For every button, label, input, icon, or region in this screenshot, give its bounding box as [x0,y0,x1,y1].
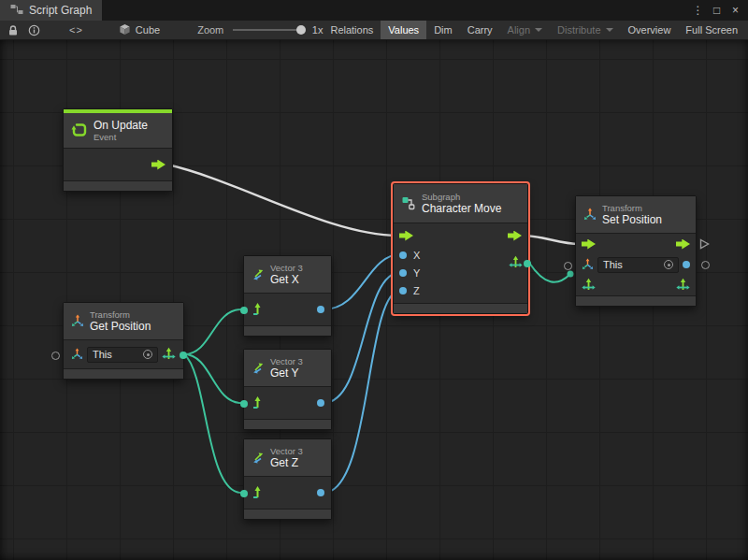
node-surtitle: Vector 3 [270,356,303,366]
vector3-input-icon [582,278,596,294]
transform-icon [71,314,84,329]
vector3-icon [252,361,265,376]
close-icon[interactable]: × [727,2,743,19]
this-object-field[interactable]: This [597,257,679,273]
zoom-slider[interactable] [233,29,305,31]
node-footer [394,303,527,313]
script-graph-window: Script Graph ⋮ □ × <> Cube Zoom 1x Relat… [0,0,748,560]
vector3-output-icon [676,278,690,294]
vector-input-port[interactable] [240,400,248,408]
object-picker-icon[interactable] [664,260,673,269]
flow-out-port[interactable] [676,239,690,250]
vector-output-port[interactable] [524,260,531,267]
zoom-label: Zoom [197,24,223,36]
relations-button[interactable]: Relations [323,21,381,39]
flow-in-port[interactable] [399,231,413,241]
align-button[interactable]: Align [500,21,550,39]
object-picker-icon[interactable] [143,350,152,359]
node-on-update[interactable]: On Update Event [63,108,173,192]
object-context[interactable]: Cube [119,23,160,37]
subgraph-icon [401,195,416,212]
node-title: Character Move [422,202,501,215]
window-controls: ⋮ □ × [690,0,748,21]
maximize-icon[interactable]: □ [709,2,725,19]
vector3-output-icon [509,255,523,271]
node-character-move[interactable]: Subgraph Character Move X Y [393,183,528,314]
zoom-slider-knob[interactable] [296,25,306,35]
script-graph-icon [10,4,23,18]
vector-input-port[interactable] [240,307,248,314]
values-button[interactable]: Values [381,21,426,39]
node-footer [576,295,696,306]
node-footer [64,368,183,379]
node-title: On Update [94,119,148,132]
node-surtitle: Transform [90,309,151,320]
vector3-icon [252,451,265,466]
tab-script-graph[interactable]: Script Graph [0,0,102,21]
node-footer [64,180,172,191]
port-label-y: Y [413,267,420,279]
vector3-input-icon [251,302,265,318]
node-surtitle: Vector 3 [270,263,303,273]
this-object-field[interactable]: This [87,347,158,363]
transform-mini-icon [582,258,594,272]
node-get-position[interactable]: Transform Get Position This [63,302,184,380]
input-port-z[interactable] [399,287,407,294]
vector3-input-icon [251,395,265,411]
code-icon[interactable]: <> [69,24,83,36]
dim-button[interactable]: Dim [426,21,460,39]
node-footer [244,419,331,429]
this-input-port[interactable] [51,352,60,360]
value-output-port[interactable] [317,489,324,496]
node-subtitle: Event [94,132,148,142]
node-title: Get X [270,273,303,286]
port-label-z: Z [413,285,420,296]
vector3-input-icon [251,485,265,501]
graph-toolbar: <> Cube Zoom 1x Relations Values Dim Car… [0,21,748,40]
object-name: Cube [136,24,160,36]
node-get-y[interactable]: Vector 3 Get Y [243,349,332,430]
titlebar: Script Graph ⋮ □ × [0,0,748,21]
flow-out-port[interactable] [151,160,165,170]
cube-icon [119,23,131,37]
lock-icon[interactable] [3,21,23,39]
value-output-port[interactable] [317,399,324,407]
distribute-button[interactable]: Distribute [550,21,620,39]
flow-port-stub-icon[interactable] [699,238,710,250]
value-output-port[interactable] [317,306,324,313]
node-get-z[interactable]: Vector 3 Get Z [243,438,332,520]
graph-canvas[interactable]: On Update Event Transform Get Position [0,40,748,560]
transform-mini-icon [71,348,83,362]
node-title: Get Y [270,366,303,380]
this-value: This [603,259,623,270]
node-footer [244,509,331,519]
vector-output-port[interactable] [180,352,187,359]
zoom-value: 1x [312,24,324,36]
value-output-port[interactable] [683,261,690,268]
this-value: This [93,349,112,360]
node-footer [244,325,331,336]
tab-title: Script Graph [29,4,92,17]
value-port-stub[interactable] [701,261,710,269]
vector-input-port[interactable] [240,490,248,497]
on-update-loop-icon [71,122,88,140]
flow-in-port[interactable] [582,239,596,250]
overview-button[interactable]: Overview [621,21,679,39]
flow-out-port[interactable] [508,231,522,241]
transform-icon [583,208,597,223]
node-set-position[interactable]: Transform Set Position This [575,195,697,307]
fullscreen-button[interactable]: Full Screen [678,21,745,39]
menu-icon[interactable]: ⋮ [690,2,706,19]
info-icon[interactable] [23,21,45,39]
node-title: Get Z [270,456,303,469]
toolbar-buttons: Relations Values Dim Carry Align Distrib… [323,21,745,39]
this-input-port[interactable] [564,262,572,270]
node-surtitle: Vector 3 [270,446,303,456]
node-surtitle: Transform [602,203,662,213]
input-port-x[interactable] [399,251,407,259]
vector3-icon [252,267,265,282]
input-port-y[interactable] [399,269,407,277]
port-label-x: X [413,250,420,261]
node-get-x[interactable]: Vector 3 Get X [243,255,332,337]
carry-button[interactable]: Carry [460,21,500,39]
